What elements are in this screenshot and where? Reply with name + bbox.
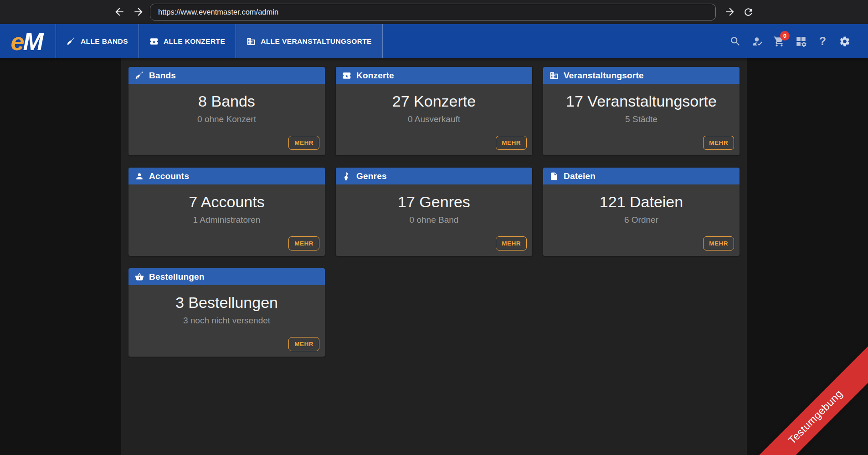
card-bestellungen: Bestellungen 3 Bestellungen 3 noch nicht… [128,268,325,357]
nav-tab-label: ALLE VERANSTALTUNGSORTE [261,37,372,46]
go-button[interactable] [722,4,738,20]
cart-count-badge: 0 [780,31,790,41]
nav-tab-label: ALLE BANDS [81,37,128,46]
nav-tab-alle-konzerte[interactable]: ALLE KONZERTE [139,24,236,58]
mehr-button[interactable]: MEHR [288,136,319,150]
card-subtitle: 6 Ordner [543,215,740,225]
nav-tab-alle-veranstaltungsorte[interactable]: ALLE VERANSTALTUNGSORTE [236,24,383,58]
person-check-icon [751,36,763,47]
card-genres: Genres 17 Genres 0 ohne Band MEHR [336,168,532,256]
mehr-button[interactable]: MEHR [496,236,527,251]
back-button[interactable] [112,4,127,20]
guitar-icon [67,37,76,46]
help-button[interactable]: ? [817,35,829,47]
card-title: Konzerte [356,71,394,81]
card-subtitle: 0 Ausverkauft [336,114,532,124]
reload-button[interactable] [740,4,756,20]
mehr-button[interactable]: MEHR [288,236,319,251]
card-header: Konzerte [336,67,532,84]
go-arrow-icon [724,6,736,18]
card-stat: 17 Genres [336,192,532,212]
nav-tab-alle-bands[interactable]: ALLE BANDS [56,24,139,58]
card-subtitle: 3 noch nicht versendet [128,316,325,326]
card-bands: Bands 8 Bands 0 ohne Konzert MEHR [128,67,325,155]
settings-icon [839,36,851,47]
mehr-button[interactable]: MEHR [703,236,734,251]
card-header: Bestellungen [128,268,325,285]
reload-icon [743,6,754,18]
card-stat: 17 Veranstaltungsorte [543,92,740,111]
ribbon-label: Testumgebung [786,387,845,446]
card-title: Veranstaltungsorte [564,71,644,81]
card-header: Dateien [543,168,740,184]
card-subtitle: 5 Städte [543,114,740,124]
person-icon [135,172,144,181]
card-subtitle: 1 Administratoren [128,215,325,225]
ticket-star-icon [342,71,351,80]
logo-rest-letter: M [23,28,42,55]
card-stat: 7 Accounts [128,192,325,212]
building-icon [550,71,559,80]
card-title: Accounts [149,171,189,181]
card-subtitle: 0 ohne Konzert [128,114,325,124]
card-title: Bestellungen [149,272,205,282]
file-icon [550,172,559,181]
search-icon [729,36,741,47]
card-stat: 8 Bands [128,92,325,111]
card-stat: 121 Dateien [543,192,740,212]
card-header: Bands [128,67,325,84]
person-check-button[interactable] [751,35,763,47]
card-accounts: Accounts 7 Accounts 1 Administratoren ME… [128,168,325,256]
nav-tab-label: ALLE KONZERTE [164,37,225,46]
logo-accent-letter: e [10,28,23,55]
card-veranstaltungsorte: Veranstaltungsorte 17 Veranstaltungsorte… [543,67,740,155]
card-title: Bands [149,71,176,81]
ticket-star-icon [149,37,159,46]
guitar-icon [135,71,144,80]
mehr-button[interactable]: MEHR [288,337,319,351]
table-settings-button[interactable] [795,35,807,47]
arrow-back-icon [113,6,125,18]
card-stat: 3 Bestellungen [128,293,325,312]
card-subtitle: 0 ohne Band [336,215,532,225]
mehr-button[interactable]: MEHR [703,136,734,150]
card-title: Dateien [564,171,596,181]
browser-toolbar [0,0,868,24]
clef-icon [342,172,351,181]
app-navbar: eM ALLE BANDS ALLE KONZERTE ALLE VERANST… [0,24,868,58]
arrow-forward-icon [133,6,144,18]
building-icon [247,37,256,46]
cart-button[interactable]: 0 [773,35,785,47]
main-menu: ALLE BANDS ALLE KONZERTE ALLE VERANSTALT… [56,24,383,58]
basket-icon [135,272,144,281]
card-header: Accounts [128,168,325,184]
card-stat: 27 Konzerte [336,92,532,111]
card-header: Veranstaltungsorte [543,67,740,84]
card-dateien: Dateien 121 Dateien 6 Ordner MEHR [543,168,740,256]
navbar-actions: 0? [729,24,868,58]
dashboard-cards: Bands 8 Bands 0 ohne Konzert MEHR Konzer… [128,67,740,357]
mehr-button[interactable]: MEHR [496,136,527,150]
card-header: Genres [336,168,532,184]
environment-ribbon: Testumgebung [731,332,868,455]
help-icon: ? [819,36,826,47]
forward-button[interactable] [131,4,146,20]
card-konzerte: Konzerte 27 Konzerte 0 Ausverkauft MEHR [336,67,532,155]
card-title: Genres [356,171,387,181]
dashboard-content: Bands 8 Bands 0 ohne Konzert MEHR Konzer… [121,58,747,455]
settings-button[interactable] [838,35,851,47]
url-input[interactable] [150,4,716,20]
app-logo[interactable]: eM [0,24,56,58]
search-button[interactable] [729,35,741,47]
table-settings-icon [795,36,807,47]
